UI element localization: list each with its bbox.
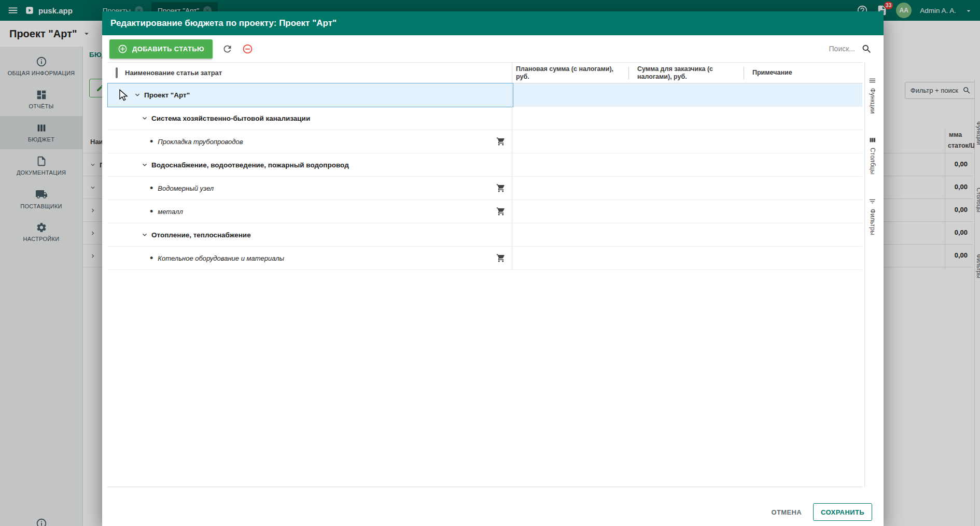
- tree-row-sewerage-group[interactable]: Система хозяйственно-бытовой канализации: [107, 107, 862, 130]
- row-checkbox-cell: [107, 247, 125, 269]
- row-checkbox-cell: [107, 200, 125, 223]
- column-header-note: Примечание: [744, 63, 862, 83]
- header-checkbox-cell: [107, 68, 125, 78]
- side-tab-label: Столбцы: [869, 148, 876, 175]
- add-item-label: ДОБАВИТЬ СТАТЬЮ: [132, 45, 204, 53]
- row-label: Прокладка трубопроводов: [158, 138, 243, 146]
- side-tab-label: Фильтры: [869, 209, 876, 235]
- row-label: Водоснабжение, водоотведение, пожарный в…: [151, 161, 349, 169]
- cart-icon[interactable]: [496, 207, 506, 216]
- chevron-down-icon[interactable]: [141, 114, 149, 122]
- tree-row-project[interactable]: Проект "Арт": [107, 83, 862, 107]
- dialog-title: Редактирование бюджета по проекту: Проек…: [110, 18, 337, 29]
- dialog-header: Редактирование бюджета по проекту: Проек…: [102, 11, 884, 35]
- tree-row-boiler-equipment-item[interactable]: • Котельное оборудование и материалы: [107, 247, 862, 270]
- row-label: Котельное оборудование и материалы: [158, 254, 284, 262]
- row-checkbox-cell: [107, 177, 125, 200]
- search-input[interactable]: [793, 45, 855, 53]
- save-button[interactable]: СОХРАНИТЬ: [813, 503, 872, 521]
- column-header-name: Наименование статьи затрат: [125, 63, 512, 83]
- tree-row-pipeline-item[interactable]: • Прокладка трубопроводов: [107, 130, 862, 153]
- column-header-planned-sum: Плановая сумма (с налогами), руб.: [512, 63, 628, 83]
- chevron-down-icon[interactable]: [141, 231, 149, 239]
- side-tab-label: Функции: [869, 88, 876, 113]
- row-label: Проект "Арт": [144, 91, 190, 99]
- cart-icon[interactable]: [496, 253, 506, 263]
- select-all-checkbox[interactable]: [116, 67, 118, 78]
- add-item-button[interactable]: ДОБАВИТЬ СТАТЬЮ: [109, 39, 213, 59]
- menu-lines-icon: [869, 77, 876, 84]
- dialog-footer: ОТМЕНА СОХРАНИТЬ: [102, 498, 884, 526]
- row-checkbox-cell: [107, 153, 125, 176]
- minus-circle-icon: [242, 44, 253, 54]
- row-label: Водомерный узел: [158, 184, 214, 192]
- filter-funnel-icon: [869, 197, 876, 205]
- dialog-toolbar: ДОБАВИТЬ СТАТЬЮ: [102, 35, 884, 62]
- plus-circle-icon: [118, 44, 128, 54]
- tree-row-metal-item[interactable]: • металл: [107, 200, 862, 223]
- cart-icon[interactable]: [496, 137, 506, 146]
- row-label: Отопление, теплоснабжение: [151, 231, 251, 239]
- side-tab-filters[interactable]: Фильтры: [869, 197, 876, 235]
- tree-row-water-meter-item[interactable]: • Водомерный узел: [107, 177, 862, 200]
- tree-row-heating-group[interactable]: Отопление, теплоснабжение: [107, 223, 862, 247]
- column-header-customer-sum: Сумма для заказчика (с налогами), руб.: [628, 63, 744, 83]
- side-tab-functions[interactable]: Функции: [869, 77, 876, 113]
- remove-item-button[interactable]: [242, 44, 253, 54]
- row-checkbox-cell: [107, 130, 125, 153]
- refresh-icon: [222, 44, 233, 54]
- row-checkbox-cell: [107, 107, 125, 130]
- refresh-button[interactable]: [222, 44, 233, 54]
- columns-icon: [869, 136, 876, 144]
- row-label: металл: [158, 208, 183, 216]
- table-header-row: Наименование статьи затрат Плановая сумм…: [107, 62, 862, 83]
- cart-icon[interactable]: [496, 183, 506, 193]
- search-icon: [861, 44, 872, 54]
- tree-row-water-supply-group[interactable]: Водоснабжение, водоотведение, пожарный в…: [107, 153, 862, 177]
- table-body: Проект "Арт" Система хозяйственно-бытово…: [107, 83, 862, 270]
- chevron-down-icon[interactable]: [133, 91, 142, 99]
- budget-edit-dialog: Редактирование бюджета по проекту: Проек…: [102, 11, 884, 526]
- dialog-side-panel-tabs: Функции Столбцы Фильтры: [864, 62, 880, 487]
- chevron-down-icon[interactable]: [141, 161, 149, 169]
- row-checkbox-cell: [107, 223, 125, 246]
- cancel-button[interactable]: ОТМЕНА: [771, 508, 802, 516]
- side-tab-columns[interactable]: Столбцы: [869, 136, 876, 175]
- row-checkbox-cell: [107, 83, 125, 106]
- search-button[interactable]: [861, 44, 872, 54]
- budget-items-table: Наименование статьи затрат Плановая сумм…: [107, 62, 862, 487]
- row-label: Система хозяйственно-бытовой канализации: [151, 115, 310, 122]
